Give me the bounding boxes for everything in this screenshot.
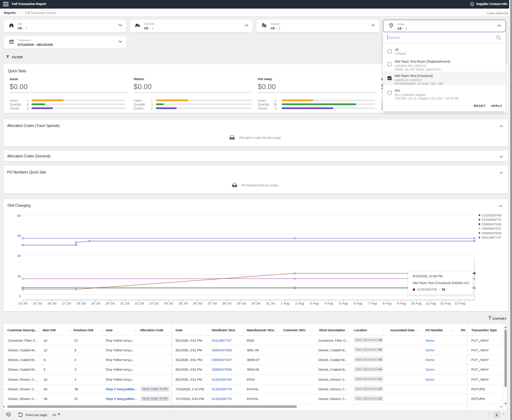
svg-text:16 Jul: 16 Jul: [48, 301, 56, 305]
svg-text:05113857747: 05113857747: [482, 236, 501, 239]
svg-text:27 Jul: 27 Jul: [208, 301, 217, 305]
svg-text:45: 45: [17, 234, 21, 238]
svg-text:23 Jul: 23 Jul: [149, 301, 158, 305]
svg-text:29 Jul: 29 Jul: [237, 301, 246, 305]
svg-text:60: 60: [17, 214, 21, 218]
svg-text:01333290769: 01333290769: [482, 214, 502, 217]
svg-text:11 Aug: 11 Aug: [425, 301, 436, 305]
svg-text:1 Aug: 1 Aug: [281, 301, 289, 305]
svg-text:0: 0: [19, 294, 21, 298]
svg-text:03805407636: 03805407636: [482, 223, 502, 226]
svg-text:3 Aug: 3 Aug: [310, 301, 319, 305]
svg-text:7 Aug: 7 Aug: [368, 301, 377, 305]
svg-text:12 Aug: 12 Aug: [440, 301, 451, 305]
svg-text:14 Jul: 14 Jul: [18, 301, 27, 305]
svg-text:15: 15: [17, 274, 21, 278]
svg-text:17 Jul: 17 Jul: [62, 301, 71, 305]
svg-text:03805407637: 03805407637: [482, 227, 502, 230]
svg-text:9 Aug: 9 Aug: [397, 301, 406, 305]
svg-text:5 Aug: 5 Aug: [339, 301, 348, 305]
svg-text:03805407638: 03805407638: [482, 231, 502, 235]
svg-text:28 Jul: 28 Jul: [222, 301, 231, 305]
svg-text:20 Jul: 20 Jul: [106, 301, 115, 305]
svg-text:31 Jul: 31 Jul: [266, 301, 275, 305]
svg-text:2 Aug: 2 Aug: [295, 301, 304, 305]
svg-text:6 Aug: 6 Aug: [354, 301, 362, 305]
svg-text:18 Jul: 18 Jul: [77, 301, 85, 305]
svg-text:24 Jul: 24 Jul: [164, 301, 173, 305]
svg-text:25 Jul: 25 Jul: [178, 301, 187, 305]
svg-text:26 Jul: 26 Jul: [193, 301, 202, 305]
svg-text:8 Aug: 8 Aug: [383, 301, 391, 305]
svg-text:01333290770: 01333290770: [482, 218, 502, 221]
svg-text:4 Aug: 4 Aug: [324, 301, 333, 305]
svg-text:30 Jul: 30 Jul: [251, 301, 260, 305]
svg-text:22 Jul: 22 Jul: [135, 301, 144, 305]
svg-text:13 Aug: 13 Aug: [454, 301, 465, 305]
svg-text:15 Jul: 15 Jul: [33, 301, 42, 305]
svg-text:21 Jul: 21 Jul: [120, 301, 129, 305]
svg-text:10 Aug: 10 Aug: [411, 301, 422, 305]
svg-text:19 Jul: 19 Jul: [91, 301, 100, 305]
svg-text:30: 30: [17, 254, 21, 258]
